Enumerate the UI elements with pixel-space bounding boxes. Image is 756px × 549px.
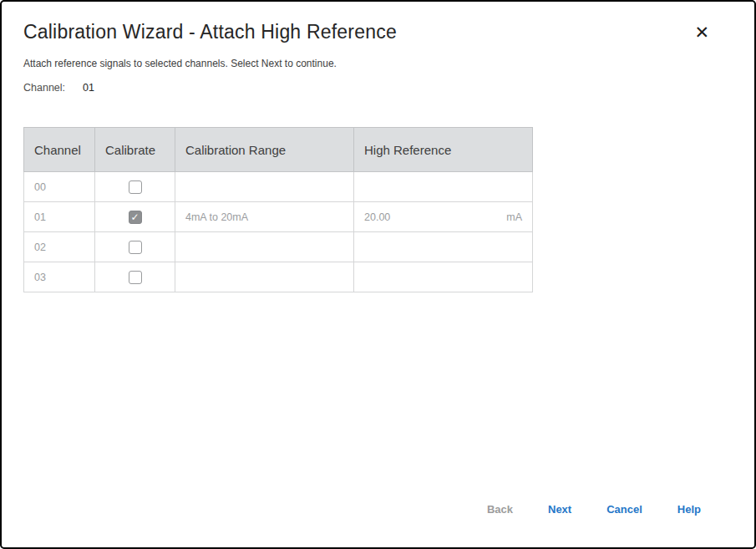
- close-icon[interactable]: ✕: [694, 23, 709, 41]
- channel-label: Channel:: [23, 82, 65, 94]
- dialog-title: Calibration Wizard - Attach High Referen…: [23, 21, 397, 43]
- calibration-range-cell: [175, 262, 354, 292]
- table-header-row: Channel Calibrate Calibration Range High…: [24, 128, 533, 172]
- channel-line: Channel:01: [23, 82, 94, 94]
- table-row: 02 ✓: [24, 232, 533, 262]
- calibrate-cell: ✓: [95, 202, 175, 232]
- table-row: 00 ✓: [24, 172, 533, 202]
- column-header-calibrate: Calibrate: [95, 128, 175, 172]
- next-button[interactable]: Next: [548, 503, 571, 516]
- calibration-range-cell: [175, 232, 354, 262]
- high-reference-cell: [354, 262, 533, 292]
- back-button: Back: [487, 503, 513, 516]
- table-row: 03 ✓: [24, 262, 533, 292]
- table-row: 01 ✓ 4mA to 20mA 20.00 mA: [24, 202, 533, 232]
- calibrate-cell: ✓: [95, 232, 175, 262]
- high-reference-cell: [354, 232, 533, 262]
- calibration-table: Channel Calibrate Calibration Range High…: [23, 127, 533, 292]
- help-button[interactable]: Help: [677, 503, 701, 516]
- channel-value: 01: [83, 82, 94, 94]
- column-header-calibration-range: Calibration Range: [175, 128, 354, 172]
- cancel-button[interactable]: Cancel: [606, 503, 642, 516]
- calibration-range-cell: [175, 172, 354, 202]
- channel-cell: 03: [24, 262, 95, 292]
- calibration-range-cell: 4mA to 20mA: [175, 202, 354, 232]
- channel-cell: 00: [24, 172, 95, 202]
- high-reference-cell: 20.00 mA: [354, 202, 533, 232]
- calibrate-checkbox[interactable]: ✓: [129, 180, 142, 194]
- channel-cell: 02: [24, 232, 95, 262]
- calibrate-cell: ✓: [95, 172, 175, 202]
- column-header-high-reference: High Reference: [354, 128, 533, 172]
- check-icon: ✓: [129, 211, 141, 224]
- channel-cell: 01: [24, 202, 95, 232]
- footer-button-bar: Back Next Cancel Help: [0, 503, 701, 516]
- high-reference-cell: [354, 172, 533, 202]
- calibrate-checkbox[interactable]: ✓: [129, 271, 142, 284]
- high-reference-unit: mA: [506, 211, 522, 223]
- column-header-channel: Channel: [24, 128, 95, 172]
- high-reference-value[interactable]: 20.00: [364, 211, 390, 223]
- calibrate-checkbox[interactable]: ✓: [129, 241, 142, 254]
- dialog-subtitle: Attach reference signals to selected cha…: [23, 58, 337, 69]
- calibrate-checkbox[interactable]: ✓: [129, 211, 142, 224]
- calibrate-cell: ✓: [95, 262, 175, 292]
